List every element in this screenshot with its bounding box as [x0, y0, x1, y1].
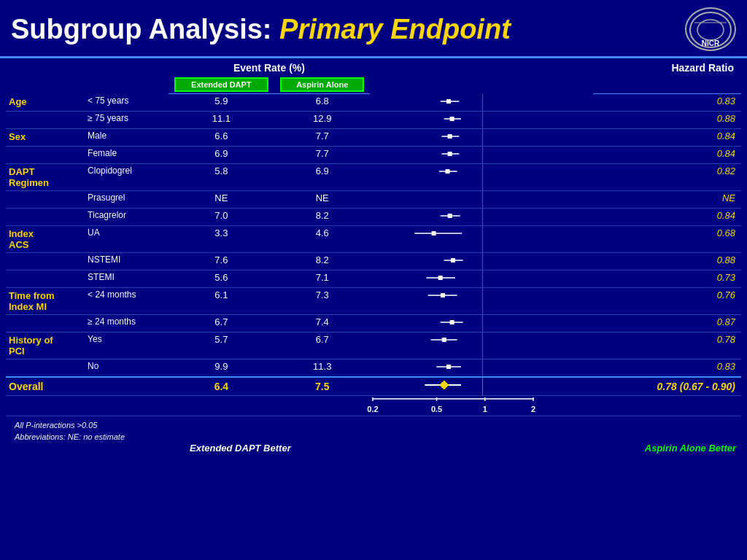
subgroup-label: Female: [85, 146, 168, 163]
group-label: [6, 314, 85, 332]
header: Subgroup Analysis: Primary Endpoint NICR: [0, 0, 747, 55]
aspirin-alone-value: 12.9: [274, 111, 370, 128]
hazard-ratio-value: 0.84: [593, 146, 742, 163]
event-rate-header: Event Rate (%): [169, 60, 371, 76]
footnote-1: All P-interactions >0.05: [7, 419, 740, 431]
top-divider: [0, 56, 747, 58]
aspirin-alone-value: 8.2: [274, 208, 370, 225]
forest-plot-cell: [370, 332, 592, 359]
svg-rect-13: [446, 169, 449, 173]
subgroup-label: Yes: [85, 332, 168, 359]
forest-plot-cell: [370, 314, 592, 332]
axis-empty-2: [169, 395, 371, 416]
extended-dapt-value: 5.9: [169, 94, 275, 112]
svg-rect-7: [450, 117, 454, 120]
forest-plot-cell: [370, 163, 592, 190]
extended-dapt-value: NE: [169, 190, 275, 208]
overall-forest-cell: [370, 377, 592, 396]
extended-dapt-value: 9.9: [169, 359, 275, 377]
group-label: [6, 208, 85, 225]
svg-rect-21: [438, 276, 442, 279]
bottom-extended-label: Extended DAPT Better: [190, 443, 291, 454]
subgroup-label: < 75 years: [85, 94, 168, 112]
hazard-ratio-value: 0.84: [593, 128, 742, 146]
hazard-ratio-value: 0.83: [593, 359, 742, 377]
group-label: [6, 146, 85, 163]
forest-plot-cell: [370, 287, 592, 314]
forest-plot-cell: [370, 359, 592, 377]
group-label: Age: [6, 94, 85, 112]
group-label: [6, 270, 85, 287]
subgroup-label: Male: [85, 128, 168, 146]
svg-text:0.2: 0.2: [368, 405, 379, 413]
logo: NICR: [685, 7, 736, 51]
extended-dapt-value: 5.7: [169, 332, 275, 359]
aspirin-alone-value: 8.2: [274, 252, 370, 270]
subgroup-label: ≥ 75 years: [85, 111, 168, 128]
extended-dapt-value: 3.3: [169, 225, 275, 252]
group-label: Sex: [6, 128, 85, 146]
svg-rect-27: [443, 338, 446, 341]
svg-marker-31: [440, 381, 449, 389]
svg-text:1: 1: [483, 405, 487, 413]
extended-dapt-value: 6.7: [169, 314, 275, 332]
forest-plot-cell: [370, 190, 592, 208]
hazard-ratio-value: 0.84: [593, 208, 742, 225]
hazard-ratio-value: 0.88: [593, 111, 742, 128]
footnotes: All P-interactions >0.05 Abbreviations: …: [0, 416, 747, 443]
main-table-container: Event Rate (%) Hazard Ratio Extended DAP…: [0, 60, 747, 416]
hazard-ratio-value: NE: [593, 190, 742, 208]
extended-dapt-value: 7.0: [169, 208, 275, 225]
bottom-labels: Extended DAPT Better Aspirin Alone Bette…: [0, 443, 747, 454]
overall-label: Overall: [6, 377, 85, 396]
axis-empty-1: [6, 395, 169, 416]
forest-plot-cell: [370, 94, 592, 112]
aspirin-alone-value: 7.3: [274, 287, 370, 314]
hazard-ratio-value: 0.78: [593, 332, 742, 359]
bottom-aspirin-label: Aspirin Alone Better: [645, 443, 736, 454]
group-label: [6, 190, 85, 208]
extended-dapt-value: 6.6: [169, 128, 275, 146]
aspirin-alone-value: 6.9: [274, 163, 370, 190]
aspirin-alone-value: 7.4: [274, 314, 370, 332]
group-label: [6, 252, 85, 270]
forest-plot-cell: [370, 128, 592, 146]
group-label: [6, 111, 85, 128]
hazard-ratio-value: 0.83: [593, 94, 742, 112]
hazard-ratio-value: 0.68: [593, 225, 742, 252]
svg-rect-23: [441, 293, 445, 297]
svg-rect-25: [450, 320, 454, 324]
extended-dapt-value: 5.6: [169, 270, 275, 287]
overall-aspirin-value: 7.5: [274, 377, 370, 396]
subgroup-label: Clopidogrel: [85, 163, 168, 190]
aspirin-alone-value: 7.7: [274, 128, 370, 146]
hazard-ratio-value: 0.87: [593, 314, 742, 332]
forest-plot-cell: [370, 208, 592, 225]
forest-plot-cell: [370, 225, 592, 252]
axis-empty-3: [593, 395, 742, 416]
page-title: Subgroup Analysis: Primary Endpoint: [11, 14, 511, 45]
extended-dapt-value: 7.6: [169, 252, 275, 270]
group-label: [6, 359, 85, 377]
axis-plot: 0.20.512: [370, 395, 592, 416]
subgroup-table: Event Rate (%) Hazard Ratio Extended DAP…: [6, 60, 741, 416]
aspirin-alone-value: 7.7: [274, 146, 370, 163]
extended-dapt-value: 11.1: [169, 111, 275, 128]
group-label: History ofPCI: [6, 332, 85, 359]
extended-dapt-value: 6.1: [169, 287, 275, 314]
aspirin-alone-value: 6.8: [274, 94, 370, 112]
footnote-2: Abbreviations: NE: no estimate: [7, 431, 740, 443]
hazard-ratio-value: 0.88: [593, 252, 742, 270]
subgroup-label: NSTEMI: [85, 252, 168, 270]
subgroup-label: UA: [85, 225, 168, 252]
aspirin-alone-value: 6.7: [274, 332, 370, 359]
aspirin-alone-value: NE: [274, 190, 370, 208]
hazard-ratio-value: 0.76: [593, 287, 742, 314]
hazard-ratio-value: 0.82: [593, 163, 742, 190]
extended-dapt-badge: Extended DAPT: [174, 77, 269, 92]
subgroup-label: ≥ 24 months: [85, 314, 168, 332]
overall-hazard-ratio: 0.78 (0.67 - 0.90): [593, 377, 742, 396]
svg-rect-15: [448, 214, 452, 217]
extended-dapt-value: 5.8: [169, 163, 275, 190]
forest-plot-cell: [370, 270, 592, 287]
